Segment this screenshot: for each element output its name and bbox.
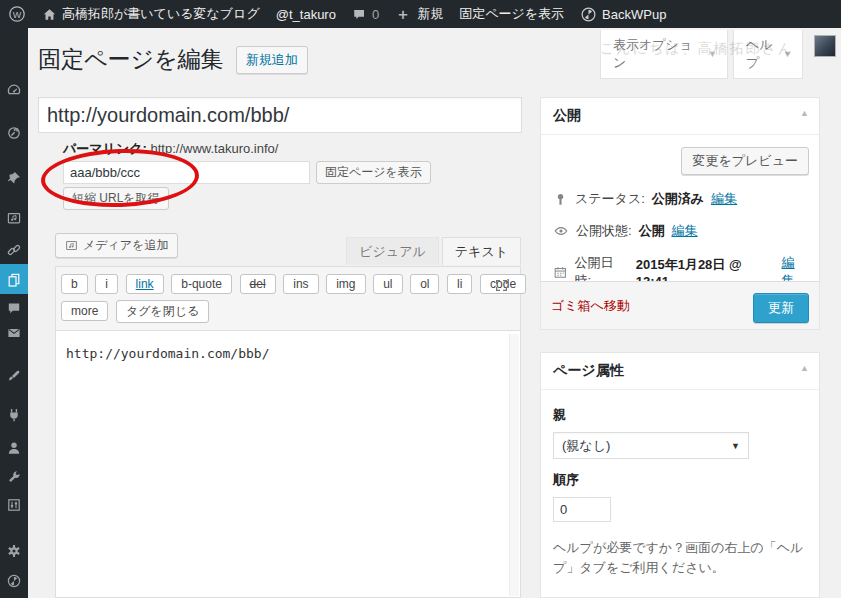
preview-changes-button[interactable]: 変更をプレビュー	[681, 147, 809, 175]
publish-panel: 公開 ▲ 変更をプレビュー ステータス: 公開済み 編集 公開状態: 公開 編集…	[540, 97, 820, 330]
status-label: ステータス:	[575, 190, 645, 208]
eye-icon	[553, 223, 569, 239]
editor-area: メディアを追加 ビジュアル テキスト b i link b-quote del …	[55, 230, 521, 598]
page-title-input[interactable]	[38, 97, 522, 133]
update-button[interactable]: 更新	[753, 293, 809, 323]
edit-status-link[interactable]: 編集	[711, 190, 737, 208]
backwpup-icon	[580, 6, 597, 23]
help-tab[interactable]: ヘルプ ▼	[733, 30, 803, 79]
new-content-menu[interactable]: ＋ 新規	[387, 0, 451, 28]
attributes-panel-header[interactable]: ページ属性 ▲	[541, 353, 819, 390]
status-row: ステータス: 公開済み 編集	[541, 183, 819, 215]
media-icon	[65, 239, 78, 252]
editor-textarea[interactable]: http://yourdomain.com/bbb/	[56, 334, 510, 597]
quicktags-toolbar: b i link b-quote del ins img ul ol li co…	[56, 267, 520, 331]
tab-visual[interactable]: ビジュアル	[346, 237, 439, 265]
comments-menu[interactable]: 0	[344, 0, 387, 28]
chevron-down-icon: ▼	[731, 441, 740, 451]
panel-toggle-icon: ▲	[800, 363, 809, 373]
svg-text:W: W	[13, 10, 22, 20]
get-shortlink-button[interactable]: 短縮 URLを取得	[63, 187, 169, 210]
page-title: 固定ページを編集	[38, 45, 224, 75]
qt-img-button[interactable]: img	[326, 274, 365, 294]
settings-icon[interactable]	[6, 497, 22, 513]
wordpress-logo-icon: W	[8, 5, 26, 23]
visibility-value: 公開	[639, 222, 665, 240]
editor-container: b i link b-quote del ins img ul ol li co…	[55, 266, 521, 598]
add-media-button[interactable]: メディアを追加	[55, 233, 178, 258]
tools-icon[interactable]	[6, 470, 22, 486]
help-note: ヘルプが必要ですか？画面の右上の「ヘルプ」タブをご利用ください。	[553, 538, 807, 578]
backwpup-sidebar-icon[interactable]	[6, 573, 22, 589]
posts-icon[interactable]	[6, 170, 22, 186]
qt-more-button[interactable]: more	[61, 301, 108, 321]
avatar[interactable]	[814, 35, 836, 57]
order-input[interactable]	[553, 497, 611, 522]
pages-icon[interactable]	[6, 272, 22, 288]
parent-label: 親	[553, 406, 807, 424]
account-handle[interactable]: @t_takuro	[268, 0, 344, 28]
panel-toggle-icon: ▲	[800, 108, 809, 118]
order-label: 順序	[553, 471, 807, 489]
admin-bar: W 高橋拓郎が書いている変なブログ @t_takuro 0 ＋ 新規 固定ページ…	[0, 0, 841, 28]
qt-li-button[interactable]: li	[447, 274, 472, 294]
qt-close-tags-button[interactable]: タグを閉じる	[116, 300, 209, 323]
plus-icon: ＋	[395, 5, 410, 24]
view-page-button[interactable]: 固定ページを表示	[316, 161, 431, 184]
visibility-label: 公開状態:	[576, 222, 632, 240]
qt-ol-button[interactable]: ol	[410, 274, 439, 294]
add-new-button[interactable]: 新規追加	[236, 46, 308, 74]
wordpress-logo-menu[interactable]: W	[0, 0, 34, 28]
chevron-down-icon: ▼	[783, 49, 792, 59]
permalink-label: パーマリンク:	[63, 141, 147, 156]
site-menu[interactable]: 高橋拓郎が書いている変なブログ	[34, 0, 268, 28]
appearance-icon[interactable]	[6, 368, 22, 384]
backwpup-menu[interactable]: BackWPup	[572, 0, 674, 28]
status-value: 公開済み	[652, 190, 704, 208]
edit-visibility-link[interactable]: 編集	[672, 222, 698, 240]
editor-scrollbar[interactable]	[509, 334, 519, 596]
comment-bubble-icon	[352, 7, 367, 22]
calendar-icon	[553, 265, 568, 280]
permalink-row: パーマリンク: http://www.takuro.info/	[63, 140, 278, 158]
email-icon[interactable]	[6, 325, 22, 341]
move-to-trash-link[interactable]: ゴミ箱へ移動	[551, 297, 630, 315]
parent-selected-value: (親なし)	[562, 437, 610, 455]
visibility-row: 公開状態: 公開 編集	[541, 215, 819, 247]
tab-text[interactable]: テキスト	[442, 237, 521, 265]
qt-blockquote-button[interactable]: b-quote	[171, 274, 232, 294]
dashboard-icon[interactable]	[6, 82, 22, 98]
users-icon[interactable]	[6, 440, 22, 456]
chevron-down-icon: ▼	[708, 49, 717, 59]
pin-icon	[553, 192, 568, 207]
links-icon[interactable]	[6, 242, 22, 258]
parent-select[interactable]: (親なし) ▼	[553, 432, 749, 459]
qt-ul-button[interactable]: ul	[373, 274, 402, 294]
permalink-base-url: http://www.takuro.info/	[150, 141, 278, 156]
qt-italic-button[interactable]: i	[95, 274, 118, 294]
admin-sidebar	[0, 28, 28, 598]
slug-input[interactable]	[63, 161, 310, 184]
publish-panel-header[interactable]: 公開 ▲	[541, 98, 819, 135]
qt-ins-button[interactable]: ins	[283, 274, 318, 294]
gear-icon[interactable]	[6, 543, 22, 559]
publish-actions: ゴミ箱へ移動 更新	[541, 281, 819, 329]
qt-link-button[interactable]: link	[126, 274, 164, 294]
plugins-icon[interactable]	[6, 407, 22, 423]
wordpress-admin-screen: W 高橋拓郎が書いている変なブログ @t_takuro 0 ＋ 新規 固定ページ…	[0, 0, 841, 598]
qt-bold-button[interactable]: b	[61, 274, 88, 294]
media-icon[interactable]	[6, 210, 22, 226]
screen-options-tab[interactable]: 表示オプション ▼	[600, 30, 728, 79]
site-name: 高橋拓郎が書いている変なブログ	[62, 5, 260, 23]
home-icon	[42, 7, 57, 22]
page-attributes-panel: ページ属性 ▲ 親 (親なし) ▼ 順序 ヘルプが必要ですか？画面の右上の「ヘル…	[540, 352, 820, 598]
view-page-link[interactable]: 固定ページを表示	[451, 0, 572, 28]
comment-count: 0	[372, 7, 379, 22]
fullscreen-icon[interactable]	[494, 278, 509, 296]
qt-del-button[interactable]: del	[240, 274, 276, 294]
comments-icon[interactable]	[6, 300, 22, 316]
jetpack-icon[interactable]	[6, 125, 22, 141]
